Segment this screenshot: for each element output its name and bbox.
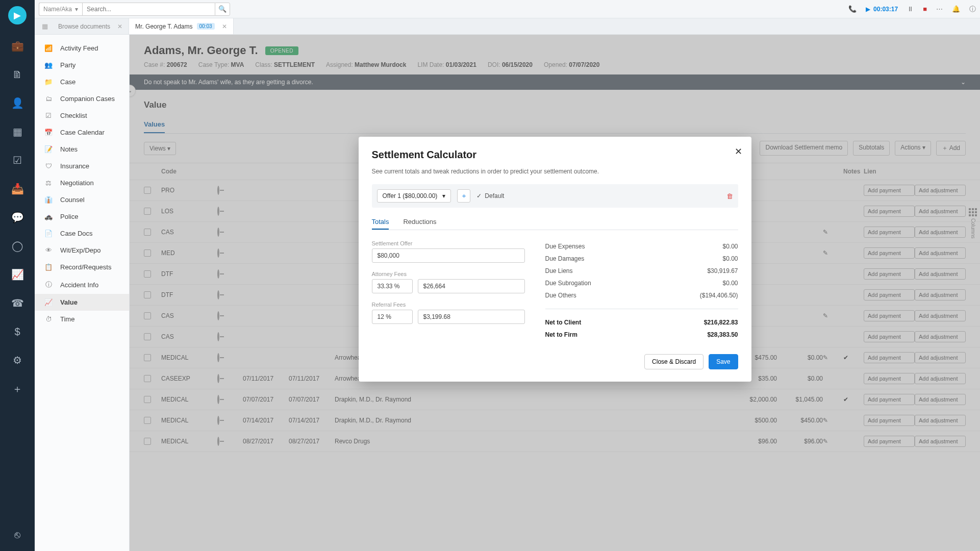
nav-icon: 📝 — [44, 145, 53, 153]
call-timer[interactable]: ▶ 00:03:17 — [866, 6, 898, 13]
settlement-offer-input[interactable] — [372, 248, 525, 263]
checkbox-icon[interactable]: ☑ — [10, 153, 24, 167]
sidenav-item-value[interactable]: 📈Value — [35, 294, 129, 311]
sidenav-item-insurance[interactable]: 🛡Insurance — [35, 158, 129, 174]
search-input[interactable] — [82, 3, 215, 16]
search-button[interactable]: 🔍 — [215, 3, 230, 16]
delete-offer-button[interactable]: 🗑 — [726, 192, 733, 200]
bell-icon[interactable]: 🔔 — [952, 5, 960, 13]
app-logo[interactable]: ▶ — [8, 6, 27, 24]
modal-scrim: ✕ Settlement Calculator See current tota… — [130, 35, 980, 551]
sidenav-item-checklist[interactable]: ☑Checklist — [35, 107, 129, 124]
default-indicator: ✓ Default — [476, 192, 504, 199]
left-rail: ▶ 💼 🗎 👤 ▦ ☑ 📥 💬 ◯ 📈 ☎ $ ⚙ ＋ ⎋ — [0, 0, 35, 551]
close-icon[interactable]: ✕ — [117, 23, 122, 30]
close-discard-button[interactable]: Close & Discard — [644, 354, 703, 369]
close-icon[interactable]: ✕ — [222, 23, 227, 30]
chat-icon[interactable]: 💬 — [10, 210, 24, 224]
main-panel: ▸ Adams, Mr. George T. OPENED Case #: 20… — [130, 35, 980, 551]
case-side-nav: 📶Activity Feed👥Party📁Case🗂Companion Case… — [35, 35, 130, 551]
more-icon[interactable]: ⋯ — [936, 5, 943, 13]
nav-icon: ⓘ — [44, 280, 53, 289]
sidenav-item-wit-exp-depo[interactable]: 👁Wit/Exp/Depo — [35, 242, 129, 259]
nav-icon: ⏱ — [44, 315, 53, 323]
close-modal-button[interactable]: ✕ — [735, 146, 742, 157]
nav-icon: 📋 — [44, 263, 53, 271]
stop-icon[interactable]: ■ — [923, 5, 927, 13]
phone-log-icon[interactable]: ☎ — [10, 296, 24, 310]
calendar-icon[interactable]: ▦ — [10, 124, 24, 139]
nav-icon: 📅 — [44, 129, 53, 136]
sidenav-item-time[interactable]: ⏱Time — [35, 311, 129, 328]
tab-timer-badge: 00:03 — [197, 23, 215, 30]
tab-browse-documents[interactable]: Browse documents✕ — [52, 18, 129, 34]
nav-icon: 📶 — [44, 44, 53, 52]
nav-icon: 👥 — [44, 61, 53, 69]
sidenav-item-activity-feed[interactable]: 📶Activity Feed — [35, 40, 129, 57]
reports-icon[interactable]: 📈 — [10, 267, 24, 282]
tabs-bar: ▦ Browse documents✕ Mr. George T. Adams … — [35, 18, 980, 35]
modal-title: Settlement Calculator — [372, 149, 738, 161]
help-icon[interactable]: ⓘ — [969, 5, 976, 14]
contact-icon[interactable]: 👤 — [10, 96, 24, 110]
briefcase-icon[interactable]: 💼 — [10, 39, 24, 53]
modal-tab-reductions[interactable]: Reductions — [403, 215, 436, 230]
nav-icon: ⚖ — [44, 179, 53, 187]
sidenav-item-police[interactable]: 🚓Police — [35, 208, 129, 225]
nav-icon: ☑ — [44, 112, 53, 119]
apps-grid-icon[interactable]: ▦ — [38, 18, 52, 34]
nav-icon: 📈 — [44, 298, 53, 306]
sidenav-item-party[interactable]: 👥Party — [35, 57, 129, 73]
nav-icon: 👁 — [44, 246, 53, 254]
search-kind-dropdown[interactable]: Name/Aka ▾ — [39, 3, 82, 16]
nav-icon: 👔 — [44, 196, 53, 204]
pause-icon[interactable]: ⏸ — [907, 5, 914, 13]
plus-icon[interactable]: ＋ — [10, 382, 24, 396]
offer-dropdown[interactable]: Offer 1 ($80,000.00) ▾ — [377, 189, 451, 203]
gear-icon[interactable]: ⚙ — [10, 353, 24, 367]
sidenav-item-record-requests[interactable]: 📋Record/Requests — [35, 259, 129, 276]
nav-icon: 🗂 — [44, 95, 53, 103]
referral-fee-amt-input[interactable] — [418, 310, 525, 324]
sidenav-item-case-docs[interactable]: 📄Case Docs — [35, 225, 129, 242]
settlement-calculator-modal: ✕ Settlement Calculator See current tota… — [359, 137, 751, 382]
sidenav-item-case[interactable]: 📁Case — [35, 73, 129, 90]
topbar: Name/Aka ▾ 🔍 📞 ▶ 00:03:17 ⏸ ■ ⋯ 🔔 ⓘ — [35, 0, 980, 18]
attorney-fee-amt-input[interactable] — [418, 279, 525, 293]
nav-icon: 🚓 — [44, 213, 53, 220]
add-offer-button[interactable]: ＋ — [457, 189, 470, 203]
sidenav-item-case-calendar[interactable]: 📅Case Calendar — [35, 124, 129, 141]
globe-icon[interactable]: ◯ — [10, 239, 24, 253]
sidenav-item-companion-cases[interactable]: 🗂Companion Cases — [35, 90, 129, 107]
modal-tab-totals[interactable]: Totals — [372, 215, 389, 230]
sidenav-item-negotiation[interactable]: ⚖Negotiation — [35, 174, 129, 191]
inbox-icon[interactable]: 📥 — [10, 182, 24, 196]
referral-fee-pct-input[interactable] — [372, 310, 413, 324]
document-icon[interactable]: 🗎 — [10, 67, 24, 82]
attorney-fee-pct-input[interactable] — [372, 279, 413, 293]
nav-icon: 📁 — [44, 78, 53, 86]
tab-case[interactable]: Mr. George T. Adams 00:03 ✕ — [129, 18, 234, 34]
sidenav-item-accident-info[interactable]: ⓘAccident Info — [35, 276, 129, 294]
sidenav-item-counsel[interactable]: 👔Counsel — [35, 191, 129, 208]
modal-subtitle: See current totals and tweak reductions … — [372, 168, 738, 175]
nav-icon: 📄 — [44, 230, 53, 237]
sidenav-item-notes[interactable]: 📝Notes — [35, 141, 129, 158]
save-button[interactable]: Save — [709, 354, 738, 369]
phone-icon[interactable]: 📞 — [848, 5, 857, 13]
nav-icon: 🛡 — [44, 162, 53, 170]
money-icon[interactable]: $ — [10, 324, 24, 339]
logout-icon[interactable]: ⎋ — [10, 528, 24, 542]
